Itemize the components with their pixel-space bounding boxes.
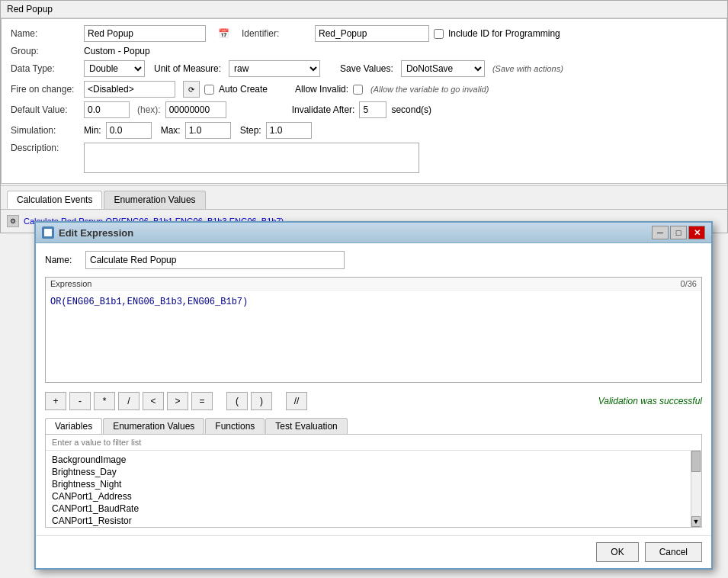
scrollbar-thumb[interactable] xyxy=(691,451,701,472)
simulation-row: Simulation: Min: Max: Step: xyxy=(11,122,717,139)
sim-step-input[interactable] xyxy=(266,122,312,139)
dialog-minimize-btn[interactable]: ─ xyxy=(652,226,669,239)
sim-max-label: Max: xyxy=(161,125,181,136)
allow-invalid-hint: (Allow the variable to go invalid) xyxy=(370,85,489,94)
dialog-controls: ─ □ ✕ xyxy=(652,226,705,239)
allow-invalid-checkbox[interactable] xyxy=(353,85,363,95)
description-row: Description: xyxy=(11,143,717,173)
op-less-btn[interactable]: < xyxy=(143,392,164,410)
save-values-label: Save Values: xyxy=(340,63,393,74)
save-hint: (Save with actions) xyxy=(492,64,563,73)
dlg-name-label: Name: xyxy=(45,255,79,265)
list-item[interactable]: CANPort1_Resistor xyxy=(52,515,695,527)
list-item[interactable]: CANPort1_Address xyxy=(52,490,695,503)
validation-message: Validation was successful xyxy=(598,396,702,406)
inner-tab-functions[interactable]: Functions xyxy=(205,418,265,434)
variables-list: BackgroundImage Brightness_Day Brightnes… xyxy=(46,451,701,527)
dlg-name-input[interactable] xyxy=(85,251,345,269)
expr-header: Expression 0/36 xyxy=(46,278,701,291)
group-value: Custom - Popup xyxy=(84,46,150,56)
auto-create-label: Auto Create xyxy=(219,84,268,95)
fire-on-change-row: Fire on change: ⟳ Auto Create Allow Inva… xyxy=(11,81,717,98)
description-textarea[interactable] xyxy=(84,143,419,173)
variables-list-wrapper: BackgroundImage Brightness_Day Brightnes… xyxy=(46,451,701,527)
save-values-select[interactable]: DoNotSave xyxy=(401,60,485,77)
description-label: Description: xyxy=(11,143,79,153)
default-value-input[interactable] xyxy=(84,101,130,118)
dialog-restore-btn[interactable]: □ xyxy=(670,226,687,239)
uom-label: Unit of Measure: xyxy=(154,63,221,74)
expr-text-area[interactable]: OR(ENG06_B1b1,ENG06_B1b3,ENG06_B1b7) xyxy=(46,291,701,382)
inner-tab-enumeration[interactable]: Enumeration Values xyxy=(103,418,204,434)
include-id-label: Include ID for Programming xyxy=(448,28,560,39)
datatype-select[interactable]: Double xyxy=(84,60,145,77)
invalidate-after-input[interactable] xyxy=(359,101,386,118)
window-title: Red Popup xyxy=(1,1,727,18)
tab-calculation-events[interactable]: Calculation Events xyxy=(7,191,102,209)
edit-expression-dialog: Edit Expression ─ □ ✕ Name: Expression 0… xyxy=(34,221,713,570)
op-plus-btn[interactable]: + xyxy=(45,392,66,410)
list-item[interactable]: Brightness_Night xyxy=(52,478,695,490)
dialog-footer: OK Cancel xyxy=(36,535,711,568)
calc-event-icon: ⚙ xyxy=(7,215,19,227)
group-row: Group: Custom - Popup xyxy=(11,46,717,56)
op-open-paren-btn[interactable]: ( xyxy=(226,392,248,410)
simulation-label: Simulation: xyxy=(11,125,79,136)
op-minus-btn[interactable]: - xyxy=(69,392,91,410)
scrollbar-down-btn[interactable]: ▼ xyxy=(691,516,701,527)
sim-min-input[interactable] xyxy=(106,122,152,139)
sim-min-label: Min: xyxy=(84,125,101,136)
tabs-bar: Calculation Events Enumeration Values xyxy=(1,191,727,209)
dialog-body: Name: Expression 0/36 OR(ENG06_B1b1,ENG0… xyxy=(36,243,711,535)
include-id-checkbox[interactable] xyxy=(434,29,444,39)
op-divide-btn[interactable]: / xyxy=(118,392,140,410)
op-equals-btn[interactable]: = xyxy=(191,392,213,410)
calendar-icon: 📅 xyxy=(218,28,229,39)
name-row: Name: 📅 Identifier: Include ID for Progr… xyxy=(11,25,717,42)
dialog-close-btn[interactable]: ✕ xyxy=(688,226,705,239)
default-hex-input[interactable] xyxy=(165,101,226,118)
form-area: Name: 📅 Identifier: Include ID for Progr… xyxy=(1,18,727,184)
uom-select[interactable]: raw xyxy=(229,60,320,77)
default-value-row: Default Value: (hex): Invalidate After: … xyxy=(11,101,717,118)
op-multiply-btn[interactable]: * xyxy=(94,392,115,410)
dialog-title-text: Edit Expression xyxy=(59,227,133,239)
allow-invalid-label: Allow Invalid: xyxy=(295,84,348,95)
inner-tab-test-eval[interactable]: Test Evaluation xyxy=(265,418,347,434)
inner-tabs-container: Variables Enumeration Values Functions T… xyxy=(45,418,702,528)
ok-button[interactable]: OK xyxy=(596,542,638,562)
name-input[interactable] xyxy=(84,25,206,42)
fire-on-change-icon-btn[interactable]: ⟳ xyxy=(183,81,200,98)
dialog-titlebar: Edit Expression ─ □ ✕ xyxy=(36,223,711,243)
inner-tab-variables[interactable]: Variables xyxy=(45,418,102,434)
identifier-input[interactable] xyxy=(315,25,429,42)
group-label: Group: xyxy=(11,46,79,56)
cancel-button[interactable]: Cancel xyxy=(645,542,702,562)
op-greater-btn[interactable]: > xyxy=(167,392,188,410)
name-label: Name: xyxy=(11,28,79,39)
fire-on-change-input[interactable] xyxy=(84,81,175,98)
expr-label: Expression xyxy=(50,279,91,288)
list-item[interactable]: Brightness_Day xyxy=(52,466,695,478)
operator-bar: + - * / < > = ( ) // Validation was succ… xyxy=(45,389,702,413)
dialog-title-left: Edit Expression xyxy=(42,226,133,239)
expression-area: Expression 0/36 OR(ENG06_B1b1,ENG06_B1b3… xyxy=(45,277,702,383)
scrollbar-track: ▼ xyxy=(691,451,701,527)
tab-enumeration-values[interactable]: Enumeration Values xyxy=(104,191,205,209)
list-item[interactable]: BackgroundImage xyxy=(52,454,695,466)
inner-tab-content: BackgroundImage Brightness_Day Brightnes… xyxy=(45,435,702,528)
filter-input[interactable] xyxy=(46,435,701,451)
datatype-label: Data Type: xyxy=(11,63,79,74)
default-value-label: Default Value: xyxy=(11,104,79,115)
main-window: Red Popup Name: 📅 Identifier: Include ID… xyxy=(0,0,728,233)
dlg-name-row: Name: xyxy=(45,251,702,269)
invalidate-after-unit: second(s) xyxy=(391,104,431,115)
list-item[interactable]: CANPort1_BaudRate xyxy=(52,503,695,515)
sim-step-label: Step: xyxy=(240,125,261,136)
inner-tabs-bar: Variables Enumeration Values Functions T… xyxy=(45,418,702,435)
hex-label: (hex): xyxy=(137,104,161,115)
op-comment-btn[interactable]: // xyxy=(286,392,307,410)
auto-create-checkbox[interactable] xyxy=(204,85,214,95)
op-close-paren-btn[interactable]: ) xyxy=(251,392,272,410)
sim-max-input[interactable] xyxy=(185,122,231,139)
